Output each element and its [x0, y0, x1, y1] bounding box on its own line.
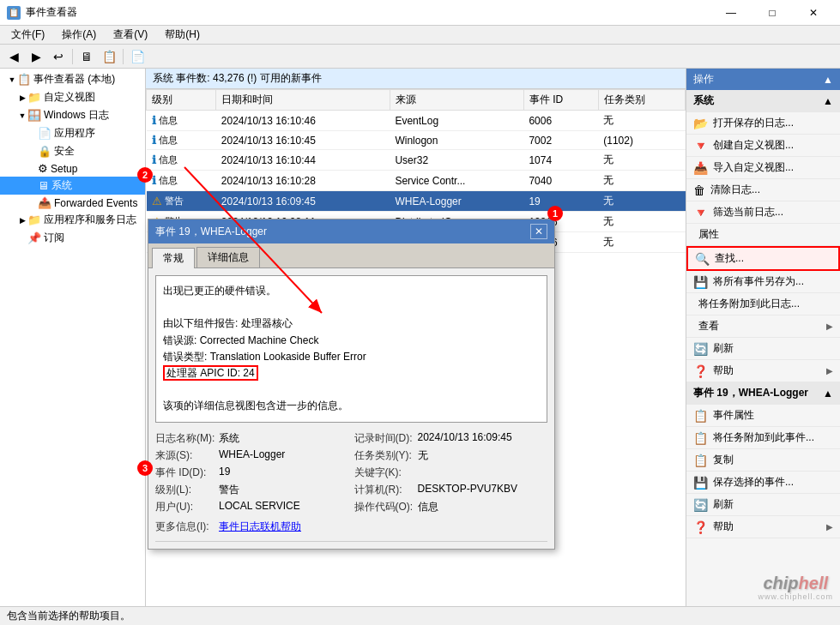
- cell-source: Service Contr...: [390, 171, 523, 191]
- right-clear-log[interactable]: 🗑 清除日志...: [686, 179, 840, 201]
- sidebar-item-forwarded-events[interactable]: 📤 Forwarded Events: [0, 195, 145, 211]
- cell-datetime: 2024/10/13 16:10:45: [216, 131, 390, 150]
- log-name-value: 系统: [219, 431, 239, 446]
- right-properties[interactable]: 属性: [686, 224, 840, 246]
- right-refresh-label: 刷新: [713, 341, 734, 356]
- detail-more-info: 更多信息(I): 事件日志联机帮助: [155, 520, 547, 534]
- cell-datetime: 2024/10/13 16:10:28: [216, 171, 390, 191]
- menu-help[interactable]: 帮助(H): [157, 25, 208, 45]
- right-refresh[interactable]: 🔄 刷新: [686, 338, 840, 360]
- right-save-all-label: 将所有事件另存为...: [713, 274, 804, 289]
- right-save-selected[interactable]: 💾 保存选择的事件...: [686, 472, 840, 494]
- collapse-icon[interactable]: ▲: [823, 74, 833, 86]
- toolbar-extra[interactable]: 📄: [127, 47, 148, 66]
- sidebar-item-custom-views[interactable]: ▶ 📁 自定义视图: [0, 88, 145, 106]
- cell-id: 7002: [523, 131, 598, 150]
- open-icon: 📂: [693, 117, 708, 130]
- event-id-value: 19: [219, 466, 230, 478]
- col-source[interactable]: 来源: [390, 90, 523, 111]
- close-button[interactable]: ✕: [794, 0, 833, 26]
- sidebar-item-event-viewer[interactable]: ▼ 📋 事件查看器 (本地): [0, 70, 145, 88]
- right-clear-label: 清除日志...: [710, 183, 760, 197]
- title-bar: 📋 事件查看器 — □ ✕: [0, 0, 840, 26]
- toolbar-up[interactable]: ↩: [48, 47, 69, 66]
- right-panel-header: 操作 ▲: [686, 69, 840, 90]
- annotation-badge-2: 2: [137, 167, 153, 183]
- table-row[interactable]: ℹ信息 2024/10/13 16:10:28 Service Contr...…: [147, 171, 686, 191]
- opcode-value: 信息: [418, 500, 438, 514]
- right-event-props[interactable]: 📋 事件属性: [686, 405, 840, 427]
- right-create-view[interactable]: 🔻 创建自定义视图...: [686, 135, 840, 157]
- maximize-button[interactable]: □: [752, 0, 792, 26]
- right-refresh2[interactable]: 🔄 刷新: [686, 494, 840, 516]
- annotation-badge-3: 3: [137, 460, 153, 476]
- menu-file[interactable]: 文件(F): [3, 25, 52, 45]
- table-row[interactable]: ℹ信息 2024/10/13 16:10:46 EventLog 6006 无: [147, 111, 686, 131]
- toolbar-computer[interactable]: 🖥: [76, 47, 97, 66]
- right-filter[interactable]: 🔻 筛选当前日志...: [686, 201, 840, 224]
- collapse-icon3[interactable]: ▲: [823, 388, 833, 400]
- menu-action[interactable]: 操作(A): [54, 25, 104, 45]
- right-copy[interactable]: 📋 复制: [686, 449, 840, 472]
- sidebar-label-forwarded-events: Forwarded Events: [54, 197, 137, 209]
- sidebar-item-setup[interactable]: ⚙ Setup: [0, 160, 145, 177]
- right-attach-event[interactable]: 📋 将任务附加到此事件...: [686, 427, 840, 449]
- sidebar-item-security[interactable]: 🔒 安全: [0, 142, 145, 160]
- cell-id: 1074: [523, 150, 598, 171]
- dialog-title-bar: 事件 19，WHEA-Logger ✕: [148, 219, 554, 243]
- event-line1: 出现已更正的硬件错误。: [163, 283, 540, 299]
- save-selected-icon: 💾: [693, 476, 708, 490]
- sidebar-label-windows-logs: Windows 日志: [44, 108, 109, 123]
- tab-general[interactable]: 常规: [152, 248, 195, 268]
- table-row[interactable]: ⚠警告 2024/10/13 16:09:45 WHEA-Logger 19 无: [147, 191, 686, 212]
- table-row[interactable]: ℹ信息 2024/10/13 16:10:45 Winlogon 7002 (1…: [147, 131, 686, 150]
- security-icon: 🔒: [38, 145, 51, 158]
- filter-icon: 🔻: [693, 206, 708, 219]
- menu-view[interactable]: 查看(V): [106, 25, 155, 45]
- right-help[interactable]: ❓ 帮助 ▶: [686, 360, 840, 382]
- cell-level: ⚠警告: [147, 191, 216, 212]
- help2-arrow: ▶: [826, 522, 833, 532]
- right-attach-task[interactable]: 将任务附加到此日志...: [686, 293, 840, 316]
- app-icon: 📋: [7, 6, 21, 20]
- dialog-close-button[interactable]: ✕: [530, 224, 547, 239]
- expand-icon: ▼: [7, 75, 17, 84]
- task-value: 无: [418, 448, 428, 463]
- col-task[interactable]: 任务类别: [598, 90, 685, 111]
- windows-logs-icon: 🪟: [27, 109, 41, 122]
- log-name-label: 日志名称(M):: [155, 431, 215, 446]
- sidebar-item-app-service-logs[interactable]: ▶ 📁 应用程序和服务日志: [0, 211, 145, 229]
- annotation-badge-1: 1: [547, 206, 563, 221]
- sidebar-item-subscriptions[interactable]: 📌 订阅: [0, 229, 145, 247]
- event-line4: 错误源: Corrected Machine Check: [163, 333, 540, 349]
- tab-details[interactable]: 详细信息: [196, 247, 260, 267]
- collapse-icon2[interactable]: ▲: [823, 95, 833, 107]
- cell-id: 7040: [523, 171, 598, 191]
- event-viewer-icon: 📋: [17, 73, 31, 86]
- minimize-button[interactable]: —: [711, 0, 751, 26]
- cell-source: WHEA-Logger: [390, 191, 523, 212]
- app-log-icon: 📄: [38, 127, 51, 140]
- right-open-saved[interactable]: 📂 打开保存的日志...: [686, 112, 840, 135]
- event-line5: 错误类型: Translation Lookaside Buffer Error: [163, 349, 540, 365]
- col-id[interactable]: 事件 ID: [523, 90, 598, 111]
- toolbar-log[interactable]: 📋: [99, 47, 119, 66]
- toolbar-back[interactable]: ◀: [3, 47, 24, 66]
- help-icon: ❓: [693, 364, 708, 378]
- col-datetime[interactable]: 日期和时间: [216, 90, 390, 111]
- right-view[interactable]: 查看 ▶: [686, 316, 840, 338]
- toolbar-forward[interactable]: ▶: [26, 47, 46, 66]
- source-value: WHEA-Logger: [219, 448, 285, 460]
- sidebar-item-application[interactable]: 📄 应用程序: [0, 124, 145, 142]
- right-copy-label: 复制: [713, 453, 734, 467]
- sidebar-item-windows-logs[interactable]: ▼ 🪟 Windows 日志: [0, 106, 145, 124]
- table-row[interactable]: ℹ信息 2024/10/13 16:10:44 User32 1074 无: [147, 150, 686, 171]
- right-save-all[interactable]: 💾 将所有事件另存为...: [686, 271, 840, 293]
- sidebar-item-system[interactable]: 🖥 系统: [0, 177, 145, 195]
- col-level[interactable]: 级别: [147, 90, 216, 111]
- right-filter-label: 筛选当前日志...: [713, 205, 783, 219]
- right-help2[interactable]: ❓ 帮助 ▶: [686, 516, 840, 538]
- right-find[interactable]: 🔍 查找...: [686, 246, 840, 271]
- more-info-link[interactable]: 事件日志联机帮助: [219, 520, 301, 534]
- right-import-view[interactable]: 📥 导入自定义视图...: [686, 157, 840, 179]
